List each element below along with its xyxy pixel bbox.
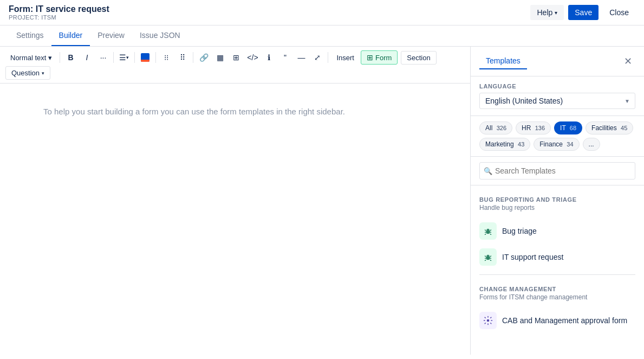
template-group-subtitle-change: Forms for ITSM change management	[479, 293, 635, 301]
tab-preview[interactable]: Preview	[90, 25, 132, 46]
tab-builder[interactable]: Builder	[51, 25, 90, 46]
template-name-it-support: IT support request	[502, 253, 563, 261]
info-button[interactable]: ℹ	[261, 50, 276, 65]
text-color-button[interactable]	[138, 50, 153, 65]
tab-issue-json[interactable]: Issue JSON	[132, 25, 188, 46]
color-bar	[141, 60, 149, 62]
svg-line-5	[485, 234, 486, 235]
project-label: PROJECT: ITSM	[9, 14, 109, 21]
code-icon: </>	[247, 53, 258, 62]
filter-facilities[interactable]: Facilities 45	[586, 121, 633, 134]
chevron-down-icon: ▾	[555, 10, 557, 16]
form-button[interactable]: ⊞ Form	[361, 50, 398, 65]
toolbar-separator-4	[155, 52, 156, 63]
question-button[interactable]: Question ▾	[5, 66, 50, 80]
bullet-list-icon: ⁝⁝	[164, 53, 168, 62]
template-group-bug-reporting: BUG REPORTING AND TRIAGE Handle bug repo…	[471, 190, 644, 218]
close-button[interactable]: Close	[603, 5, 635, 20]
toolbar-separator-2	[113, 52, 114, 63]
template-group-title-change: CHANGE MANAGEMENT	[479, 286, 635, 292]
template-name-cab-approval: CAB and Management approval form	[502, 316, 627, 325]
search-input[interactable]	[479, 162, 635, 180]
info-icon: ℹ	[268, 53, 270, 62]
template-group-change-mgmt: CHANGE MANAGEMENT Forms for ITSM change …	[471, 279, 644, 307]
bug-icon	[483, 226, 493, 236]
filter-it[interactable]: IT 68	[554, 121, 582, 134]
question-label: Question	[11, 69, 40, 77]
quote-button[interactable]: "	[277, 50, 292, 65]
language-label: LANGUAGE	[479, 83, 635, 89]
language-section: LANGUAGE English (United States) English…	[471, 76, 644, 116]
form-label: Form	[375, 54, 392, 62]
editor-content[interactable]: To help you start building a form you ca…	[0, 84, 470, 355]
filter-hr[interactable]: HR 136	[516, 121, 551, 134]
template-icon-cab	[479, 312, 497, 329]
filter-section: All 326 HR 136 IT 68 Facilities 45 Marke…	[471, 116, 644, 157]
sidebar-tabs: Templates	[479, 53, 527, 69]
form-info: Form: IT service request PROJECT: ITSM	[9, 4, 109, 21]
divider-button[interactable]: —	[294, 50, 309, 65]
code-button[interactable]: </>	[245, 50, 260, 65]
section-button[interactable]: Section	[401, 51, 436, 65]
svg-point-7	[486, 256, 490, 260]
template-item-it-support[interactable]: IT support request	[471, 244, 644, 270]
bullet-list-button[interactable]: ⁝⁝	[159, 50, 174, 65]
template-name-bug-triage: Bug triage	[502, 227, 537, 235]
filter-finance[interactable]: Finance 34	[534, 138, 579, 151]
filter-all[interactable]: All 326	[479, 121, 512, 134]
quote-icon: "	[284, 53, 287, 62]
svg-line-13	[490, 260, 491, 261]
expand-button[interactable]: ⤢	[310, 50, 325, 65]
sidebar: Templates ✕ LANGUAGE English (United Sta…	[471, 47, 644, 355]
language-select-wrapper: English (United States) English (UK) Fre…	[479, 93, 635, 109]
svg-point-14	[487, 319, 490, 322]
template-icon-bug-triage	[479, 222, 497, 240]
numbered-list-button[interactable]: ⠿	[175, 50, 190, 65]
svg-line-1	[485, 230, 486, 231]
template-item-cab-approval[interactable]: CAB and Management approval form	[471, 307, 644, 334]
sidebar-close-button[interactable]: ✕	[620, 54, 635, 69]
link-button[interactable]: 🔗	[196, 50, 211, 65]
toolbar-separator-6	[328, 52, 328, 63]
top-bar-actions: Help ▾ Save Close	[530, 5, 635, 20]
svg-line-2	[490, 230, 491, 231]
insert-button[interactable]: Insert	[331, 52, 360, 64]
table-button[interactable]: ▦	[212, 50, 227, 65]
close-icon: ✕	[624, 55, 632, 67]
template-list: BUG REPORTING AND TRIAGE Handle bug repo…	[471, 185, 644, 355]
align-button[interactable]: ☰ ▾	[116, 50, 132, 65]
expand-icon: ⤢	[314, 53, 321, 62]
template-item-bug-triage[interactable]: Bug triage	[471, 218, 644, 244]
text-style-label: Normal text	[10, 54, 46, 62]
toolbar: Normal text ▾ B I ··· ☰ ▾ ⁝⁝	[0, 47, 470, 84]
bold-button[interactable]: B	[63, 50, 78, 65]
chevron-down-icon: ▾	[42, 70, 44, 76]
editor-area: Normal text ▾ B I ··· ☰ ▾ ⁝⁝	[0, 47, 471, 355]
filter-more[interactable]: ...	[583, 138, 600, 151]
filter-marketing[interactable]: Marketing 43	[479, 138, 530, 151]
tab-settings[interactable]: Settings	[9, 25, 51, 46]
gear-icon	[483, 316, 493, 325]
search-section: 🔍	[471, 157, 644, 185]
italic-button[interactable]: I	[79, 50, 94, 65]
layout-button[interactable]: ⊞	[229, 50, 244, 65]
editor-placeholder: To help you start building a form you ca…	[43, 105, 427, 118]
more-formatting-button[interactable]: ···	[95, 50, 110, 65]
search-icon: 🔍	[484, 167, 492, 175]
toolbar-separator-5	[193, 52, 193, 63]
language-select[interactable]: English (United States) English (UK) Fre…	[479, 93, 635, 109]
save-button[interactable]: Save	[568, 5, 599, 20]
tab-templates[interactable]: Templates	[479, 53, 527, 69]
svg-line-6	[490, 234, 491, 235]
color-indicator	[141, 53, 149, 62]
align-icon: ☰	[119, 53, 126, 62]
help-label: Help	[537, 8, 552, 17]
text-style-dropdown[interactable]: Normal text ▾	[5, 51, 57, 65]
toolbar-separator-1	[60, 52, 60, 63]
main-layout: Normal text ▾ B I ··· ☰ ▾ ⁝⁝	[0, 47, 644, 355]
numbered-list-icon: ⠿	[180, 53, 185, 62]
top-bar: Form: IT service request PROJECT: ITSM H…	[0, 0, 644, 25]
help-button[interactable]: Help ▾	[530, 5, 564, 20]
template-icon-it-support	[479, 248, 497, 266]
divider-icon: —	[297, 53, 305, 62]
